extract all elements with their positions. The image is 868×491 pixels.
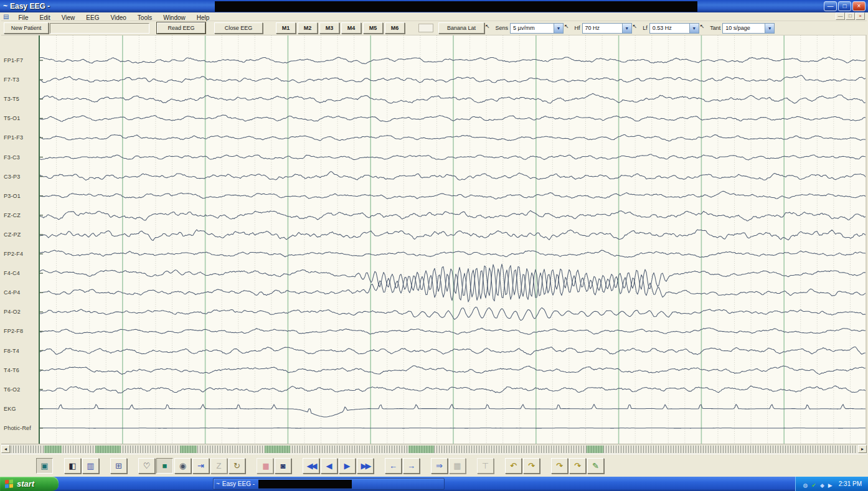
montage-button-m4[interactable]: M4 bbox=[341, 22, 361, 34]
vertical-lines-icon: ▥ bbox=[87, 461, 94, 470]
read-eeg-button[interactable]: Read EEG bbox=[157, 22, 205, 34]
scroll-right-button[interactable]: ▸ bbox=[858, 445, 867, 453]
snapshot-button[interactable]: ◙ bbox=[275, 458, 291, 474]
channel-label-ekg: EKG bbox=[4, 406, 16, 412]
menu-help[interactable]: Help bbox=[191, 14, 215, 21]
montage-panel-button[interactable]: ◧ bbox=[64, 458, 81, 474]
minimize-button[interactable]: — bbox=[824, 1, 837, 11]
close-eeg-button[interactable]: Close EEG bbox=[214, 22, 263, 34]
start-button[interactable]: start bbox=[0, 477, 59, 491]
eeg-traces-svg bbox=[40, 35, 867, 444]
channel-label-c4-p4: C4-P4 bbox=[4, 289, 21, 296]
marker-back-button[interactable]: ↶ bbox=[505, 458, 522, 474]
channel-label-fp1-f7: FP1-F7 bbox=[4, 57, 23, 63]
channel-label-f8-t4: F8-T4 bbox=[4, 348, 19, 354]
channel-label-t4-t6: T4-T6 bbox=[4, 367, 19, 373]
video-screen-button[interactable]: ■ bbox=[156, 458, 173, 474]
menu-video[interactable]: Video bbox=[105, 14, 131, 21]
clock-rotate-icon: ↻ bbox=[234, 461, 240, 470]
maximize-button[interactable]: □ bbox=[838, 1, 851, 11]
mdi-close-button[interactable]: × bbox=[856, 12, 865, 20]
low-filter-value: 0.53 Hz bbox=[650, 24, 689, 33]
annotate-pencil-button[interactable]: ✎ bbox=[587, 458, 604, 474]
clock: 2:31 PM bbox=[839, 480, 862, 487]
taskbar-item-easy-eeg[interactable]: ~ Easy EEG - bbox=[213, 478, 445, 490]
chevron-down-icon[interactable]: ▼ bbox=[554, 24, 563, 33]
step-backward-button[interactable]: ◀ bbox=[321, 458, 337, 474]
channel-label-fp1-f3: FP1-F3 bbox=[4, 134, 23, 141]
timebase-dropdown[interactable]: 10 s/page ▼ bbox=[722, 23, 775, 34]
review-eye-button[interactable]: ◉ bbox=[174, 458, 191, 474]
new-patient-button[interactable]: New Patient bbox=[4, 22, 49, 34]
marker-add-button[interactable]: ↷ bbox=[551, 458, 568, 474]
menu-bar: ▤ FileEditViewEEGVideoToolsWindowHelp — … bbox=[1, 12, 867, 21]
close-button[interactable]: × bbox=[852, 1, 866, 11]
high-filter-dropdown[interactable]: 70 Hz ▼ bbox=[582, 23, 632, 34]
trace-density-button[interactable]: ▥ bbox=[82, 458, 99, 474]
chevron-down-icon[interactable]: ▼ bbox=[689, 24, 699, 33]
caliper-button: ⊤ bbox=[477, 458, 494, 474]
status-indicator-box bbox=[418, 24, 433, 32]
montage-button-m3[interactable]: M3 bbox=[319, 22, 339, 34]
timeline-scrollbar[interactable]: ◂ ▸ bbox=[1, 444, 867, 454]
bold-right-arrow-icon: ⇒ bbox=[436, 461, 443, 470]
tray-icon-shield[interactable]: ✔ bbox=[811, 482, 816, 489]
chevron-down-icon[interactable]: ▼ bbox=[765, 24, 774, 33]
menu-items: FileEditViewEEGVideoToolsWindowHelp bbox=[12, 11, 215, 22]
tray-icons: ◍✔◆▶ bbox=[803, 479, 836, 490]
menu-window[interactable]: Window bbox=[158, 14, 191, 21]
impedance-button: ▮▮ bbox=[257, 458, 273, 474]
scroll-left-button[interactable]: ◂ bbox=[1, 445, 10, 453]
green-pencil-icon: ✎ bbox=[592, 461, 599, 470]
ekg-view-button[interactable]: ♡ bbox=[138, 458, 155, 474]
right-arrow-icon: → bbox=[407, 461, 415, 470]
layout-icon: ▣ bbox=[40, 461, 48, 470]
refresh-clock-button[interactable]: ↻ bbox=[229, 458, 245, 474]
tray-icon-volume[interactable]: ◆ bbox=[820, 482, 824, 489]
fast-backward-button[interactable]: ◀◀ bbox=[303, 458, 319, 474]
page-left-button[interactable]: ← bbox=[385, 458, 402, 474]
tray-icon-network[interactable]: ◍ bbox=[803, 482, 808, 489]
channel-label-p3-o1: P3-O1 bbox=[4, 193, 21, 199]
montage-button-m1[interactable]: M1 bbox=[276, 22, 296, 34]
display-mode-button[interactable]: ▣ bbox=[36, 458, 53, 474]
task-label: Easy EEG - bbox=[222, 480, 255, 487]
page-right-button[interactable]: → bbox=[403, 458, 420, 474]
yellow-double-arrow-icon: ↷ bbox=[574, 461, 581, 470]
menu-eeg[interactable]: EEG bbox=[80, 14, 105, 21]
marker-remove-button[interactable]: ↷ bbox=[569, 458, 586, 474]
montage-button-m5[interactable]: M5 bbox=[363, 22, 383, 34]
right-triangle-icon: ▶ bbox=[344, 461, 351, 470]
menu-file[interactable]: File bbox=[12, 14, 34, 21]
fast-forward-button[interactable]: ▶▶ bbox=[357, 458, 374, 474]
easy-eeg-window: ~ Easy EEG - — □ × ▤ FileEditViewEEGVide… bbox=[0, 0, 868, 491]
goto-end-button[interactable]: ⇥ bbox=[192, 458, 209, 474]
mdi-minimize-button[interactable]: — bbox=[836, 12, 845, 20]
montage-button-m2[interactable]: M2 bbox=[298, 22, 318, 34]
banana-montage-button[interactable]: Banana Lat bbox=[438, 22, 484, 34]
green-screen-icon: ■ bbox=[163, 461, 167, 470]
step-forward-button[interactable]: ▶ bbox=[339, 458, 356, 474]
menu-edit[interactable]: Edit bbox=[34, 14, 56, 21]
timeline-track[interactable] bbox=[11, 446, 857, 453]
z-tool-button: Z bbox=[210, 458, 227, 474]
sensitivity-dropdown[interactable]: 5 µv/mm ▼ bbox=[510, 23, 564, 34]
patient-field[interactable] bbox=[50, 23, 149, 34]
tray-icon-app[interactable]: ▶ bbox=[828, 482, 833, 489]
marker-forward-button[interactable]: ↷ bbox=[523, 458, 540, 474]
grid-icon: ⊞ bbox=[115, 461, 122, 470]
timebase-label: Tant bbox=[710, 25, 720, 31]
hf-label: Hf bbox=[575, 25, 580, 31]
left-arrow-icon: ← bbox=[389, 461, 397, 470]
low-filter-dropdown[interactable]: 0.53 Hz ▼ bbox=[649, 23, 699, 34]
menu-view[interactable]: View bbox=[56, 14, 81, 21]
page-grid-button[interactable]: ⊞ bbox=[110, 458, 127, 474]
channel-label-cz-pz: CZ-PZ bbox=[4, 231, 21, 238]
montage-button-m6[interactable]: M6 bbox=[385, 22, 405, 34]
menu-tools[interactable]: Tools bbox=[132, 14, 158, 21]
mdi-restore-button[interactable]: □ bbox=[846, 12, 855, 20]
channel-label-fp2-f8: FP2-F8 bbox=[4, 328, 23, 334]
jump-button[interactable]: ⇒ bbox=[431, 458, 448, 474]
chevron-down-icon[interactable]: ▼ bbox=[622, 24, 631, 33]
app-icon: ~ bbox=[3, 2, 7, 11]
